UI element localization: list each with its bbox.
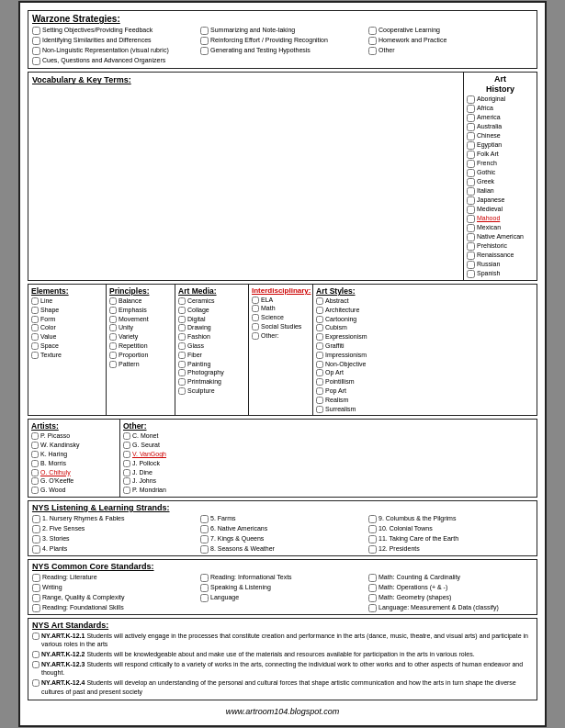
artstyles-col: Art Styles: Abstract Architecture Cartoo… [313,285,385,415]
cc-title: NYS Common Core Standards: [32,562,533,571]
elements-title: Elements: [31,286,103,296]
ah-item: Medieval [467,205,534,214]
strand-item: 6. Native Americans [200,524,365,533]
strands-title: NYS Listening & Learning Strands: [32,503,533,512]
vocab-section: Vocabulary & Key Terms: ArtHistory Abori… [28,72,537,281]
ah-item: Italian [467,186,534,196]
cc-item: Language: Measurement & Data (classify) [368,603,533,612]
warzone-item: Homework and Practice [368,36,533,45]
strand-item: 2. Five Senses [32,524,197,533]
artists-col2: Other: C. Monet G. Seurat V. VanGogh J. … [120,420,212,497]
warzone-item: Summarizing and Note-taking [200,26,365,35]
warzone-item: Identifying Similarities and Differences [32,36,197,45]
ah-item: Chinese [467,131,534,140]
ah-item: Russian [467,260,534,269]
strands-section: NYS Listening & Learning Strands: 1. Nur… [28,500,537,556]
warzone-cb[interactable] [368,27,377,35]
artists-section: Artists: P. Picasso W. Kandinsky K. Hari… [28,419,537,498]
warzone-item: Other [368,46,533,55]
artmedia-col: Art Media: Ceramics Collage Digital Draw… [175,285,249,415]
footer-url: www.artroom104.blogspot.com [28,703,537,718]
interdisciplinary-col: Interdisciplinary: ELA Math Science Soci… [249,285,313,415]
warzone-cb[interactable] [200,27,209,35]
warzone-cb[interactable] [32,27,40,35]
cc-item: Reading: Informational Texts [200,573,365,582]
middle-section: Elements: Line Shape Form Color Value Sp… [28,284,537,416]
strand-item: 10. Colonial Towns [368,524,533,533]
standard-item: NY.ART.K-12.3 Students will respond crit… [32,660,533,677]
page: Warzone Strategies: Setting Objectives/P… [18,1,547,726]
ah-item: Japanese [467,196,534,205]
strand-item: 1. Nursery Rhymes & Fables [32,514,197,523]
ah-item: Renaissance [467,251,534,260]
warzone-cb[interactable] [32,57,40,65]
ah-item: Mahood [467,214,534,223]
cc-item: Language [200,593,365,602]
cc-item: Math: Counting & Cardinality [368,573,533,582]
art-standards-title: NYS Art Standards: [32,621,533,630]
strand-item: 7. Kings & Queens [200,534,365,543]
art-history-box: ArtHistory Aboriginal Africa America Aus… [463,73,537,280]
artists-col1: Artists: P. Picasso W. Kandinsky K. Hari… [28,420,120,497]
ah-item: Folk Art [467,150,534,159]
cc-item: Range, Quality & Complexity [32,593,197,602]
ah-item: Egyptian [467,140,534,150]
vocab-title: Vocabulary & Key Terms: [32,75,459,84]
elements-col: Elements: Line Shape Form Color Value Sp… [28,285,107,415]
ah-item: Gothic [467,168,534,177]
principles-title: Principles: [109,286,172,296]
cc-grid: Reading: Literature Reading: Information… [32,573,533,612]
artists-other-title: Other: [123,421,209,431]
vocab-main: Vocabulary & Key Terms: [28,73,463,280]
standard-item: NY.ART.K-12.1 Students will actively eng… [32,632,533,648]
warzone-section: Warzone Strategies: Setting Objectives/P… [28,10,537,69]
warzone-cb[interactable] [368,37,377,45]
ah-item: Mexican [467,223,534,232]
artstyles-title: Art Styles: [316,286,382,296]
strand-item: 4. Plants [32,544,197,554]
art-standards-section: NYS Art Standards: NY.ART.K-12.1 Student… [28,618,537,700]
ah-item: Spanish [467,269,534,278]
warzone-cb[interactable] [200,37,209,45]
cc-section: NYS Common Core Standards: Reading: Lite… [28,559,537,615]
ah-item: Australia [467,122,534,131]
warzone-title: Warzone Strategies: [32,14,533,24]
ah-item: America [467,113,534,122]
cc-item: Writing [32,583,197,592]
cc-item: Speaking & Listening [200,583,365,592]
ah-item: Native American [467,232,534,241]
strand-item: 3. Stories [32,534,197,543]
strands-grid: 1. Nursery Rhymes & Fables 5. Farms 9. C… [32,514,533,554]
strand-item: 8. Seasons & Weather [200,544,365,554]
strand-item: 5. Farms [200,514,365,523]
warzone-cb[interactable] [32,37,40,45]
artists-title: Artists: [31,421,117,431]
strand-item: 11. Taking Care of the Earth [368,534,533,543]
warzone-cb[interactable] [368,47,377,55]
warzone-item: Generating and Testing Hypothesis [200,46,365,55]
ah-item: Greek [467,177,534,186]
cc-item: Reading: Foundational Skills [32,603,197,612]
cc-item: Math: Geometry (shapes) [368,593,533,602]
artmedia-title: Art Media: [178,286,245,296]
ah-item: Prehistoric [467,241,534,251]
warzone-cb[interactable] [200,47,209,55]
ah-item: Africa [467,104,534,113]
interdisciplinary-title: Interdisciplinary: [252,286,310,296]
art-history-title: ArtHistory [467,74,534,95]
principles-col: Principles: Balance Emphasis Movement Un… [107,285,175,415]
strand-item: 12. Presidents [368,544,533,554]
warzone-item: Setting Objectives/Providing Feedback [32,26,197,35]
strand-item: 9. Columbus & the Pilgrims [368,514,533,523]
cc-item: Reading: Literature [32,573,197,582]
warzone-item: Cooperative Learning [368,26,533,35]
warzone-item: Non-Linguistic Representation (visual ru… [32,46,197,55]
standard-item: NY.ART.K-12.4 Students will develop an u… [32,678,533,695]
warzone-item: Cues, Questions and Advanced Organizers [32,56,197,65]
ah-item: French [467,159,534,168]
cc-item: Math: Operations (+ & -) [368,583,533,592]
ah-item: Aboriginal [467,95,534,104]
warzone-cb[interactable] [32,47,40,55]
warzone-item: Reinforcing Effort / Providing Recogniti… [200,36,365,45]
standard-item: NY.ART.K-12.2 Students will be knowledge… [32,650,533,658]
